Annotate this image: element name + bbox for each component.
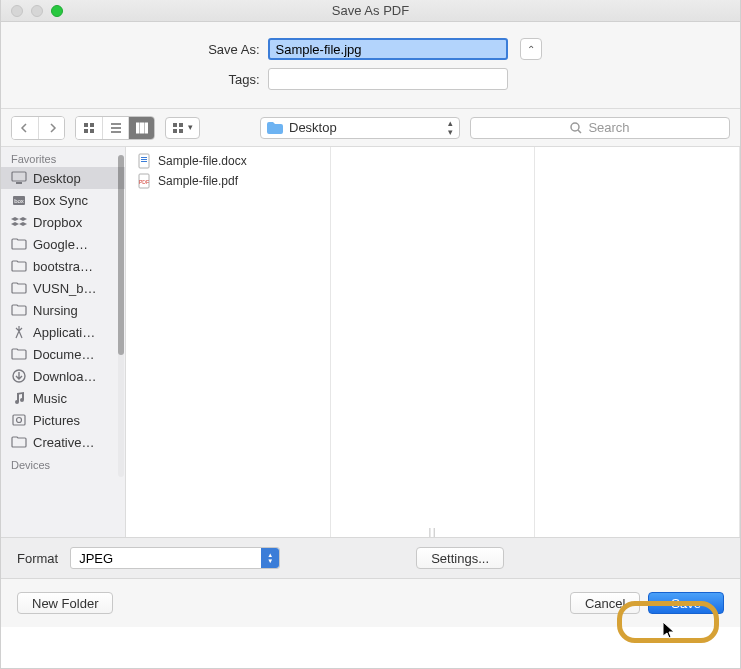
sidebar-item-label: Dropbox: [33, 215, 82, 230]
download-icon: [11, 368, 27, 384]
sidebar-devices-header: Devices: [1, 453, 125, 473]
save-form: Save As: ⌃ Tags:: [1, 22, 740, 109]
tags-input[interactable]: [268, 68, 508, 90]
view-columns-button[interactable]: [128, 117, 154, 139]
sidebar-item-label: Google…: [33, 237, 88, 252]
column-view: Sample-file.docxPDFSample-file.pdf ||: [126, 147, 740, 537]
chevron-updown-icon: ▴▾: [448, 119, 453, 137]
sidebar-item[interactable]: bootstra…: [1, 255, 125, 277]
desktop-icon: [11, 170, 27, 186]
sidebar-item-label: Nursing: [33, 303, 78, 318]
file-column[interactable]: Sample-file.docxPDFSample-file.pdf: [126, 147, 331, 537]
action-bar: New Folder Cancel Save: [1, 579, 740, 627]
browser-toolbar: ▾ Desktop ▴▾ Search: [1, 109, 740, 147]
box-icon: box: [11, 192, 27, 208]
svg-rect-12: [173, 129, 177, 133]
file-item[interactable]: PDFSample-file.pdf: [126, 171, 330, 191]
sidebar-item[interactable]: Music: [1, 387, 125, 409]
sidebar-item-label: Docume…: [33, 347, 94, 362]
sidebar-item-label: Downloa…: [33, 369, 97, 384]
save-button[interactable]: Save: [648, 592, 724, 614]
svg-text:box: box: [14, 198, 24, 204]
folder-icon: [11, 346, 27, 362]
sidebar-scrollbar-thumb[interactable]: [118, 155, 124, 355]
svg-point-22: [17, 418, 22, 423]
svg-rect-21: [13, 415, 25, 425]
svg-rect-13: [179, 129, 183, 133]
settings-button[interactable]: Settings...: [416, 547, 504, 569]
resize-grip[interactable]: ||: [429, 527, 438, 537]
view-icon-button[interactable]: [76, 117, 102, 139]
sidebar-item-label: VUSN_b…: [33, 281, 97, 296]
chevron-updown-icon: [261, 548, 279, 568]
file-item-label: Sample-file.pdf: [158, 174, 238, 188]
new-folder-button[interactable]: New Folder: [17, 592, 113, 614]
file-item-label: Sample-file.docx: [158, 154, 247, 168]
svg-rect-25: [141, 159, 147, 160]
svg-rect-11: [179, 123, 183, 127]
svg-rect-9: [145, 123, 148, 133]
dropbox-icon: [11, 214, 27, 230]
grid-icon: [172, 122, 184, 134]
sidebar-item[interactable]: Dropbox: [1, 211, 125, 233]
file-pdf-icon: PDF: [136, 173, 152, 189]
sidebar-item[interactable]: Docume…: [1, 343, 125, 365]
svg-point-14: [571, 123, 579, 131]
svg-rect-16: [12, 172, 26, 181]
sidebar-item[interactable]: Google…: [1, 233, 125, 255]
cancel-button[interactable]: Cancel: [570, 592, 640, 614]
sidebar-item-label: Box Sync: [33, 193, 88, 208]
nav-forward-button[interactable]: [38, 117, 64, 139]
tags-label: Tags:: [200, 72, 260, 87]
file-column[interactable]: [331, 147, 536, 537]
svg-rect-2: [84, 129, 88, 133]
sidebar-item[interactable]: Pictures: [1, 409, 125, 431]
search-field[interactable]: Search: [470, 117, 730, 139]
sidebar-item[interactable]: VUSN_b…: [1, 277, 125, 299]
save-as-label: Save As:: [200, 42, 260, 57]
folder-icon: [267, 122, 283, 134]
save-dialog: Save As PDF Save As: ⌃ Tags: ▾: [0, 0, 741, 669]
sidebar-item[interactable]: Creative…: [1, 431, 125, 453]
format-popover[interactable]: JPEG: [70, 547, 280, 569]
svg-rect-10: [173, 123, 177, 127]
sidebar-item[interactable]: Desktop: [1, 167, 125, 189]
file-docx-icon: [136, 153, 152, 169]
format-bar: Format JPEG Settings...: [1, 537, 740, 579]
sidebar-item[interactable]: Downloa…: [1, 365, 125, 387]
pictures-icon: [11, 412, 27, 428]
sidebar-item[interactable]: boxBox Sync: [1, 189, 125, 211]
app-icon: [11, 324, 27, 340]
collapse-toggle-button[interactable]: ⌃: [520, 38, 542, 60]
folder-icon: [11, 258, 27, 274]
sidebar-item[interactable]: Applicati…: [1, 321, 125, 343]
file-item[interactable]: Sample-file.docx: [126, 151, 330, 171]
window-title: Save As PDF: [1, 3, 740, 18]
sidebar-item-label: Music: [33, 391, 67, 406]
sidebar-favorites-header: Favorites: [1, 147, 125, 167]
svg-rect-24: [141, 157, 147, 158]
sidebar-item-label: Pictures: [33, 413, 80, 428]
nav-back-forward: [11, 116, 65, 140]
search-placeholder: Search: [588, 120, 629, 135]
folder-icon: [11, 302, 27, 318]
location-popover[interactable]: Desktop ▴▾: [260, 117, 460, 139]
folder-icon: [11, 434, 27, 450]
sidebar-item-label: Applicati…: [33, 325, 95, 340]
group-by-popover[interactable]: ▾: [165, 117, 200, 139]
view-list-button[interactable]: [102, 117, 128, 139]
titlebar: Save As PDF: [1, 0, 740, 22]
svg-rect-3: [90, 129, 94, 133]
save-as-input[interactable]: [268, 38, 508, 60]
nav-back-button[interactable]: [12, 117, 38, 139]
file-browser: Favorites DesktopboxBox SyncDropboxGoogl…: [1, 147, 740, 537]
location-label: Desktop: [289, 120, 337, 135]
format-label: Format: [17, 551, 58, 566]
file-column[interactable]: [535, 147, 740, 537]
sidebar-item-label: bootstra…: [33, 259, 93, 274]
format-value: JPEG: [71, 551, 113, 566]
sidebar-item-label: Creative…: [33, 435, 94, 450]
sidebar-item[interactable]: Nursing: [1, 299, 125, 321]
chevron-up-icon: ⌃: [527, 44, 535, 55]
svg-text:PDF: PDF: [139, 179, 149, 185]
